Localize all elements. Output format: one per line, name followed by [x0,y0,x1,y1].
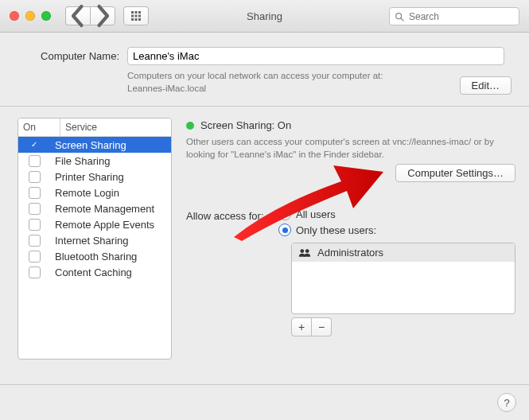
service-name-label: Printer Sharing [50,171,171,183]
computer-name-label: Computer Name: [18,50,119,62]
chevron-left-icon [66,4,90,28]
status-text: Screen Sharing: On [200,119,291,131]
grid-icon [130,10,142,21]
services-header-service: Service [60,119,171,136]
service-row-bluetooth-sharing[interactable]: Bluetooth Sharing [18,248,171,264]
remove-user-button[interactable]: − [312,317,332,336]
service-name-label: File Sharing [50,155,171,167]
radio-all-users-row[interactable]: All users [278,208,515,220]
computer-settings-button[interactable]: Computer Settings… [395,164,515,182]
forward-button[interactable] [90,6,115,25]
service-row-remote-login[interactable]: Remote Login [18,185,171,200]
allow-access-label: Allow access for: [186,210,264,222]
allowed-users-list[interactable]: Administrators [291,243,515,314]
service-row-internet-sharing[interactable]: Internet Sharing [18,232,171,248]
svg-rect-6 [131,18,134,21]
sharing-preferences-window: Sharing Computer Name: Computers on your… [0,0,529,420]
svg-rect-7 [135,18,138,21]
computer-name-section: Computer Name: Computers on your local n… [0,33,529,107]
service-row-printer-sharing[interactable]: Printer Sharing [18,169,171,185]
radio-only-users-label: Only these users: [296,224,376,236]
svg-rect-2 [138,11,141,14]
status-indicator-icon [186,122,194,130]
chevron-right-icon [91,4,115,28]
close-window-button[interactable] [10,11,19,21]
svg-rect-1 [135,11,138,14]
user-row-label: Administrators [317,247,383,259]
svg-point-12 [305,249,309,253]
svg-point-11 [300,249,304,253]
footer: ? [0,384,529,420]
user-add-remove: + − [291,317,515,336]
radio-only-users[interactable] [278,224,291,236]
group-icon [298,248,311,258]
service-row-remote-management[interactable]: Remote Management [18,200,171,216]
service-name-label: Internet Sharing [50,235,171,247]
services-table: On Service Screen SharingFile SharingPri… [18,118,172,360]
svg-rect-3 [131,15,134,18]
computer-name-description: Computers on your local network can acce… [127,70,445,95]
user-row-administrators[interactable]: Administrators [292,243,515,262]
service-checkbox[interactable] [29,171,41,183]
titlebar: Sharing [0,0,529,33]
service-checkbox[interactable] [29,219,41,231]
zoom-window-button[interactable] [41,11,51,21]
svg-rect-0 [131,11,134,14]
service-row-file-sharing[interactable]: File Sharing [18,153,171,169]
help-button[interactable]: ? [497,393,516,412]
service-checkbox[interactable] [29,155,41,167]
minimize-window-button[interactable] [25,11,35,21]
nav-buttons [65,6,115,25]
services-header-on: On [18,119,60,136]
service-row-content-caching[interactable]: Content Caching [18,264,171,280]
service-row-screen-sharing[interactable]: Screen Sharing [18,137,171,153]
service-row-remote-apple-events[interactable]: Remote Apple Events [18,216,171,232]
search-icon [395,12,404,21]
back-button[interactable] [65,6,90,25]
svg-line-10 [401,18,403,20]
service-checkbox[interactable] [29,251,41,262]
svg-rect-4 [135,15,138,18]
show-all-button[interactable] [123,6,149,25]
svg-rect-8 [138,18,141,21]
radio-all-users[interactable] [278,208,291,220]
service-name-label: Screen Sharing [50,139,171,151]
service-name-label: Remote Management [50,203,171,215]
services-rows: Screen SharingFile SharingPrinter Sharin… [18,137,171,359]
radio-all-users-label: All users [296,208,336,220]
service-checkbox[interactable] [29,187,41,199]
svg-rect-5 [138,15,141,18]
allow-access-section: Allow access for: All users Only these u… [186,210,515,336]
search-field[interactable] [389,7,519,25]
service-name-label: Remote Login [50,187,171,199]
service-checkbox[interactable] [29,139,41,151]
window-controls [10,11,51,21]
radio-only-users-row[interactable]: Only these users: [278,224,515,236]
service-name-label: Content Caching [50,266,171,278]
status-line: Screen Sharing: On [186,119,515,131]
body: On Service Screen SharingFile SharingPri… [0,107,529,371]
add-user-button[interactable]: + [291,317,312,336]
computer-name-input[interactable] [127,47,504,65]
vnc-description: Other users can access your computer's s… [186,136,515,161]
service-detail: Screen Sharing: On Other users can acces… [186,118,515,360]
edit-hostname-button[interactable]: Edit… [460,76,511,95]
service-name-label: Remote Apple Events [50,219,171,231]
services-header: On Service [18,119,171,137]
search-input[interactable] [407,10,514,23]
service-checkbox[interactable] [29,203,41,215]
service-name-label: Bluetooth Sharing [50,251,171,262]
service-checkbox[interactable] [29,235,41,247]
service-checkbox[interactable] [29,266,41,278]
